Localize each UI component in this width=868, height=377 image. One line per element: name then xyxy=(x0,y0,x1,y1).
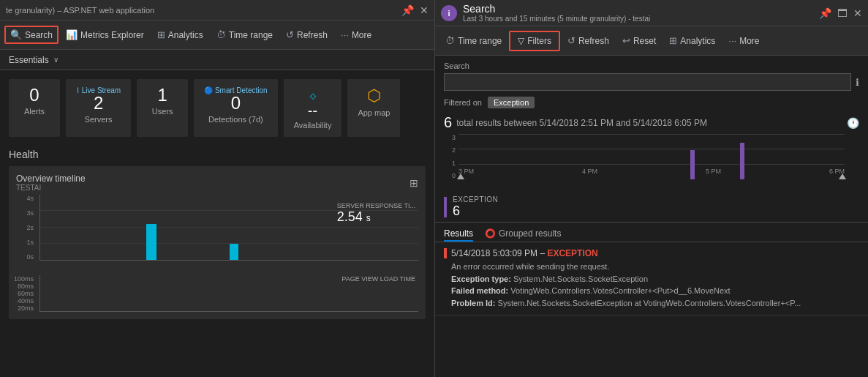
grouped-results-tab-label: Grouped results xyxy=(499,228,561,239)
mini-y-1: 1 xyxy=(452,160,456,167)
essentials-bar: Essentials ∨ xyxy=(0,50,434,70)
result-color-bar xyxy=(444,248,447,258)
left-window-controls: 📌 ✕ xyxy=(401,5,429,15)
exception-filter-tag[interactable]: Exception xyxy=(488,97,535,108)
search-info-icon[interactable]: ℹ xyxy=(856,77,859,88)
right-clock-icon: ⏱ xyxy=(445,35,455,46)
search-input[interactable] xyxy=(444,73,851,91)
exception-type-label: EXCEPTION xyxy=(453,195,498,204)
result-entry-1[interactable]: 5/14/2018 5:03:09 PM – EXCEPTION An erro… xyxy=(435,242,868,316)
users-value: 1 xyxy=(157,86,167,104)
alerts-metric: 0 Alerts xyxy=(9,79,60,137)
right-time-range-label: Time range xyxy=(458,36,502,46)
right-analytics-label: Analytics xyxy=(680,36,715,46)
mini-y-0: 0 xyxy=(452,172,456,179)
metrics-explorer-button[interactable]: 📊 Metrics Explorer xyxy=(60,26,150,44)
result-line2: Exception type: System.Net.Sockets.Socke… xyxy=(451,273,859,285)
grid-icon[interactable]: ⊞ xyxy=(410,177,418,189)
analytics-button[interactable]: ⊞ Analytics xyxy=(151,26,209,44)
mini-chart: 3 2 1 0 3 PM 4 PM xyxy=(444,134,859,193)
y-label-0s: 0s xyxy=(26,253,34,261)
right-more-button[interactable]: ··· More xyxy=(722,31,765,50)
server-response-info: SERVER RESPONSE TI... 2.54 s xyxy=(337,202,415,225)
right-more-label: More xyxy=(739,36,759,46)
availability-label: Availability xyxy=(294,121,332,130)
mini-chart-plot: 3 PM 4 PM 5 PM 6 PM xyxy=(458,134,845,179)
right-more-icon: ··· xyxy=(728,35,736,46)
chart-grid-mid2 xyxy=(458,164,845,165)
tabs-row: Results ⭕ Grouped results xyxy=(435,223,868,242)
y-label-4s: 4s xyxy=(26,195,34,202)
results-text: total results between 5/14/2018 2:51 PM … xyxy=(456,118,707,128)
time-range-button[interactable]: ⏱ Time range xyxy=(211,26,279,44)
right-search-label: Search xyxy=(444,61,859,70)
chart-left-arrow[interactable] xyxy=(457,173,464,179)
appmap-label: App map xyxy=(358,108,390,117)
right-title-content: i Search Last 3 hours and 15 minutes (5 … xyxy=(441,3,650,23)
users-label: Users xyxy=(152,107,173,116)
right-title-texts: Search Last 3 hours and 15 minutes (5 mi… xyxy=(463,3,650,23)
filters-button[interactable]: ▽ Filters xyxy=(509,31,560,51)
ot-title: Overview timeline xyxy=(16,173,86,184)
right-analytics-button[interactable]: ⊞ Analytics xyxy=(663,31,721,50)
grouped-icon: ⭕ xyxy=(485,228,496,239)
pin-icon[interactable]: 📌 xyxy=(401,5,414,15)
page-view-info: PAGE VIEW LOAD TIME xyxy=(341,275,415,312)
servers-value: 2 xyxy=(94,94,103,112)
chart-bar-1 xyxy=(146,224,156,260)
exception-count: 6 xyxy=(453,204,498,219)
essentials-chevron-icon[interactable]: ∨ xyxy=(53,56,59,64)
health-section: Health Overview timeline TESTAI ⊞ 4s 3s xyxy=(9,149,426,319)
y-label-1s: 1s xyxy=(26,239,34,246)
tab-grouped-results[interactable]: ⭕ Grouped results xyxy=(485,225,561,242)
right-maximize-icon[interactable]: 🗖 xyxy=(837,8,848,18)
servers-label: Servers xyxy=(85,115,113,124)
more-icon: ··· xyxy=(341,29,349,40)
mini-y-2: 2 xyxy=(452,146,456,154)
left-main-content: 0 Alerts ⌇ Live Stream 2 Servers 1 Users… xyxy=(0,70,434,377)
availability-metric: ⬦ -- Availability xyxy=(284,79,342,137)
search-button[interactable]: 🔍 Search xyxy=(4,26,59,44)
y-label-80ms: 80ms xyxy=(18,283,34,290)
result-body: An error occurred while sending the requ… xyxy=(444,261,859,309)
exception-color-bar xyxy=(444,197,447,217)
right-refresh-button[interactable]: ↺ Refresh xyxy=(562,31,615,50)
left-title-bar: te granularity) – ASP.NET web applicatio… xyxy=(0,0,434,20)
more-button[interactable]: ··· More xyxy=(335,26,377,44)
more-label: More xyxy=(352,30,371,40)
right-app-icon: i xyxy=(441,5,457,21)
results-tab-label: Results xyxy=(444,228,473,239)
right-close-icon[interactable]: ✕ xyxy=(853,8,862,18)
results-count: 6 xyxy=(444,114,452,131)
tab-results[interactable]: Results xyxy=(444,225,473,242)
servers-metric: ⌇ Live Stream 2 Servers xyxy=(66,79,131,137)
y-label-100ms: 100ms xyxy=(14,275,34,283)
right-pin-icon[interactable]: 📌 xyxy=(819,8,831,18)
result-line1: An error occurred while sending the requ… xyxy=(451,261,859,273)
chart-y-axis: 4s 3s 2s 1s 0s xyxy=(16,195,37,261)
metrics-label: Metrics Explorer xyxy=(80,30,144,40)
clock-icon: ⏱ xyxy=(216,29,226,40)
close-icon[interactable]: ✕ xyxy=(420,5,429,15)
metrics-icon: 📊 xyxy=(66,29,78,40)
search-input-row: ℹ xyxy=(444,73,859,91)
left-toolbar: 🔍 Search 📊 Metrics Explorer ⊞ Analytics … xyxy=(0,20,434,50)
reset-button[interactable]: ↩ Reset xyxy=(616,31,662,50)
x-label-5pm: 5 PM xyxy=(706,168,721,179)
chart-right-arrow[interactable] xyxy=(839,173,846,179)
y-label-40ms: 40ms xyxy=(18,297,34,305)
metrics-grid: 0 Alerts ⌇ Live Stream 2 Servers 1 Users… xyxy=(9,79,426,137)
ot-header: Overview timeline TESTAI ⊞ xyxy=(16,173,418,192)
right-time-range-button[interactable]: ⏱ Time range xyxy=(439,31,507,50)
refresh-icon: ↺ xyxy=(286,29,294,40)
results-history-icon[interactable]: 🕐 xyxy=(847,117,859,129)
availability-value: -- xyxy=(308,103,317,118)
refresh-button[interactable]: ↺ Refresh xyxy=(280,26,333,44)
result-title: 5/14/2018 5:03:09 PM – EXCEPTION xyxy=(451,248,598,258)
y-label-2s: 2s xyxy=(26,224,34,231)
availability-icon: ⬦ xyxy=(309,86,317,103)
filters-label: Filters xyxy=(527,36,551,46)
reset-label: Reset xyxy=(633,36,656,46)
chart-grid-top xyxy=(458,134,845,135)
result-line3: Failed method: VotingWeb.Controllers.Vot… xyxy=(451,285,859,297)
